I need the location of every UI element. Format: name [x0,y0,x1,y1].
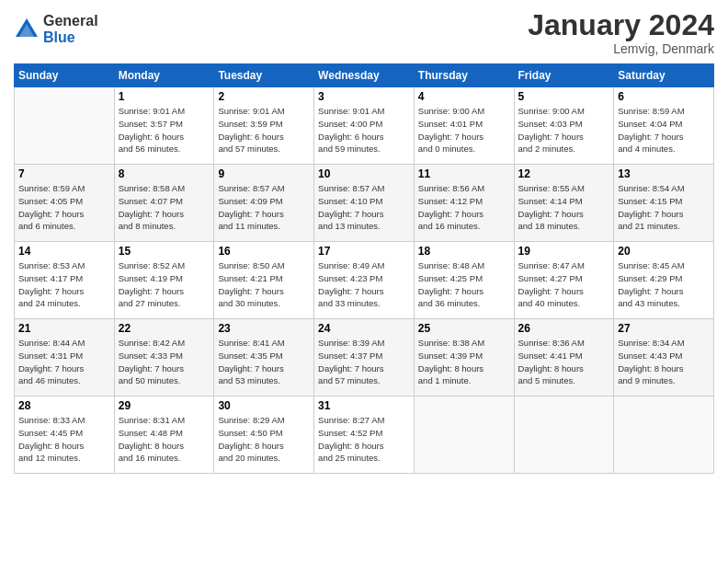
logo-general: General [43,13,98,29]
col-saturday: Saturday [614,64,714,87]
day-cell [15,87,115,165]
day-cell: 22Sunrise: 8:42 AMSunset: 4:33 PMDayligh… [114,319,214,396]
day-info: Sunrise: 8:58 AMSunset: 4:07 PMDaylight:… [119,182,210,233]
day-cell: 30Sunrise: 8:29 AMSunset: 4:50 PMDayligh… [214,396,314,474]
col-thursday: Thursday [414,64,514,87]
day-cell: 13Sunrise: 8:54 AMSunset: 4:15 PMDayligh… [614,165,714,242]
day-info: Sunrise: 8:57 AMSunset: 4:10 PMDaylight:… [318,182,410,233]
day-number: 18 [418,245,510,258]
header-row: Sunday Monday Tuesday Wednesday Thursday… [15,64,714,87]
day-info: Sunrise: 9:00 AMSunset: 4:03 PMDaylight:… [518,105,610,155]
day-number: 3 [318,90,410,103]
day-cell: 4Sunrise: 9:00 AMSunset: 4:01 PMDaylight… [414,87,514,165]
day-cell: 5Sunrise: 9:00 AMSunset: 4:03 PMDaylight… [514,87,614,165]
day-info: Sunrise: 8:54 AMSunset: 4:15 PMDaylight:… [618,182,710,233]
page: General Blue January 2024 Lemvig, Denmar… [0,0,728,563]
day-info: Sunrise: 8:36 AMSunset: 4:41 PMDaylight:… [518,337,610,387]
day-info: Sunrise: 8:59 AMSunset: 4:05 PMDaylight:… [18,182,110,233]
day-cell: 25Sunrise: 8:38 AMSunset: 4:39 PMDayligh… [414,319,514,396]
day-number: 22 [119,322,210,335]
day-info: Sunrise: 8:57 AMSunset: 4:09 PMDaylight:… [218,182,310,233]
day-cell: 8Sunrise: 8:58 AMSunset: 4:07 PMDaylight… [114,165,214,242]
day-cell: 20Sunrise: 8:45 AMSunset: 4:29 PMDayligh… [614,242,714,319]
day-number: 7 [18,167,110,180]
header: General Blue January 2024 Lemvig, Denmar… [14,9,714,56]
col-wednesday: Wednesday [314,64,415,87]
day-cell [414,396,514,474]
day-number: 10 [318,167,410,180]
day-number: 21 [18,322,110,335]
day-info: Sunrise: 8:47 AMSunset: 4:27 PMDaylight:… [518,259,610,310]
col-tuesday: Tuesday [214,64,314,87]
day-cell: 26Sunrise: 8:36 AMSunset: 4:41 PMDayligh… [514,319,614,396]
day-cell: 21Sunrise: 8:44 AMSunset: 4:31 PMDayligh… [15,319,115,396]
day-info: Sunrise: 8:59 AMSunset: 4:04 PMDaylight:… [618,105,710,155]
day-info: Sunrise: 9:01 AMSunset: 3:59 PMDaylight:… [218,105,310,155]
day-number: 12 [518,167,610,180]
title-block: January 2024 Lemvig, Denmark [528,9,714,56]
col-sunday: Sunday [15,64,115,87]
calendar-body: 1Sunrise: 9:01 AMSunset: 3:57 PMDaylight… [15,87,714,474]
day-number: 23 [218,322,310,335]
day-number: 14 [18,245,110,258]
day-number: 19 [518,245,610,258]
logo-icon [14,17,40,42]
day-cell: 14Sunrise: 8:53 AMSunset: 4:17 PMDayligh… [15,242,115,319]
day-cell: 18Sunrise: 8:48 AMSunset: 4:25 PMDayligh… [414,242,514,319]
day-number: 4 [418,90,510,103]
day-number: 9 [218,167,310,180]
day-cell: 15Sunrise: 8:52 AMSunset: 4:19 PMDayligh… [114,242,214,319]
calendar-header: Sunday Monday Tuesday Wednesday Thursday… [15,64,714,87]
day-cell: 17Sunrise: 8:49 AMSunset: 4:23 PMDayligh… [314,242,415,319]
day-cell: 6Sunrise: 8:59 AMSunset: 4:04 PMDaylight… [614,87,714,165]
day-info: Sunrise: 8:31 AMSunset: 4:48 PMDaylight:… [119,414,210,465]
day-info: Sunrise: 8:29 AMSunset: 4:50 PMDaylight:… [218,414,310,465]
day-info: Sunrise: 8:42 AMSunset: 4:33 PMDaylight:… [119,337,210,387]
day-info: Sunrise: 8:27 AMSunset: 4:52 PMDaylight:… [318,414,410,465]
day-cell: 7Sunrise: 8:59 AMSunset: 4:05 PMDaylight… [15,165,115,242]
day-info: Sunrise: 8:45 AMSunset: 4:29 PMDaylight:… [618,259,710,310]
week-row-2: 7Sunrise: 8:59 AMSunset: 4:05 PMDaylight… [15,165,714,242]
day-cell: 24Sunrise: 8:39 AMSunset: 4:37 PMDayligh… [314,319,415,396]
day-number: 6 [618,90,710,103]
day-info: Sunrise: 9:01 AMSunset: 4:00 PMDaylight:… [318,105,410,155]
day-number: 2 [218,90,310,103]
week-row-3: 14Sunrise: 8:53 AMSunset: 4:17 PMDayligh… [15,242,714,319]
day-info: Sunrise: 8:52 AMSunset: 4:19 PMDaylight:… [119,259,210,310]
day-info: Sunrise: 8:56 AMSunset: 4:12 PMDaylight:… [418,182,510,233]
day-cell: 3Sunrise: 9:01 AMSunset: 4:00 PMDaylight… [314,87,415,165]
day-number: 17 [318,245,410,258]
month-title: January 2024 [528,9,714,41]
day-cell: 29Sunrise: 8:31 AMSunset: 4:48 PMDayligh… [114,396,214,474]
day-number: 1 [119,90,210,103]
day-info: Sunrise: 8:33 AMSunset: 4:45 PMDaylight:… [18,414,110,465]
day-cell: 2Sunrise: 9:01 AMSunset: 3:59 PMDaylight… [214,87,314,165]
day-info: Sunrise: 8:50 AMSunset: 4:21 PMDaylight:… [218,259,310,310]
day-cell: 28Sunrise: 8:33 AMSunset: 4:45 PMDayligh… [15,396,115,474]
col-monday: Monday [114,64,214,87]
day-cell: 11Sunrise: 8:56 AMSunset: 4:12 PMDayligh… [414,165,514,242]
logo-blue: Blue [43,29,98,46]
day-number: 29 [119,399,210,412]
location: Lemvig, Denmark [528,41,714,56]
week-row-4: 21Sunrise: 8:44 AMSunset: 4:31 PMDayligh… [15,319,714,396]
day-number: 11 [418,167,510,180]
day-cell: 31Sunrise: 8:27 AMSunset: 4:52 PMDayligh… [314,396,415,474]
day-cell: 23Sunrise: 8:41 AMSunset: 4:35 PMDayligh… [214,319,314,396]
day-info: Sunrise: 8:44 AMSunset: 4:31 PMDaylight:… [18,337,110,387]
calendar-table: Sunday Monday Tuesday Wednesday Thursday… [14,63,714,474]
day-info: Sunrise: 9:00 AMSunset: 4:01 PMDaylight:… [418,105,510,155]
day-cell [614,396,714,474]
day-info: Sunrise: 8:41 AMSunset: 4:35 PMDaylight:… [218,337,310,387]
day-number: 5 [518,90,610,103]
week-row-1: 1Sunrise: 9:01 AMSunset: 3:57 PMDaylight… [15,87,714,165]
day-cell: 9Sunrise: 8:57 AMSunset: 4:09 PMDaylight… [214,165,314,242]
day-number: 27 [618,322,710,335]
logo: General Blue [14,13,98,45]
day-cell [514,396,614,474]
day-info: Sunrise: 9:01 AMSunset: 3:57 PMDaylight:… [119,105,210,155]
day-number: 16 [218,245,310,258]
day-number: 31 [318,399,410,412]
day-cell: 1Sunrise: 9:01 AMSunset: 3:57 PMDaylight… [114,87,214,165]
day-number: 30 [218,399,310,412]
